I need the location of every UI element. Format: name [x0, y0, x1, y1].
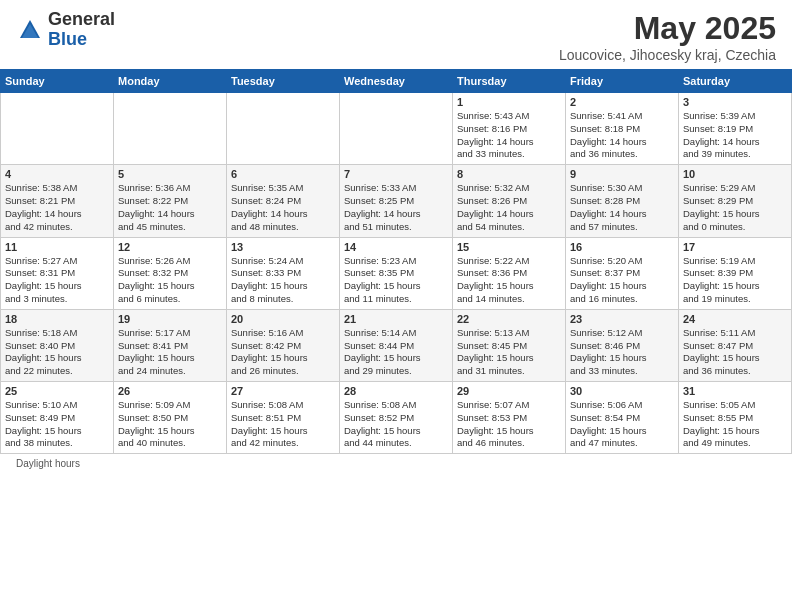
calendar-header-row: SundayMondayTuesdayWednesdayThursdayFrid… — [1, 70, 792, 93]
calendar-cell: 29Sunrise: 5:07 AMSunset: 8:53 PMDayligh… — [453, 382, 566, 454]
day-number: 1 — [457, 96, 561, 108]
day-number: 10 — [683, 168, 787, 180]
calendar-cell: 15Sunrise: 5:22 AMSunset: 8:36 PMDayligh… — [453, 237, 566, 309]
day-number: 7 — [344, 168, 448, 180]
logo-icon — [16, 16, 44, 44]
calendar-cell: 10Sunrise: 5:29 AMSunset: 8:29 PMDayligh… — [679, 165, 792, 237]
header: General Blue May 2025 Loucovice, Jihoces… — [0, 0, 792, 69]
calendar-cell: 26Sunrise: 5:09 AMSunset: 8:50 PMDayligh… — [114, 382, 227, 454]
day-info: Sunrise: 5:06 AMSunset: 8:54 PMDaylight:… — [570, 399, 674, 450]
logo-general-text: General — [48, 10, 115, 30]
day-info: Sunrise: 5:30 AMSunset: 8:28 PMDaylight:… — [570, 182, 674, 233]
day-info: Sunrise: 5:19 AMSunset: 8:39 PMDaylight:… — [683, 255, 787, 306]
day-number: 2 — [570, 96, 674, 108]
day-number: 17 — [683, 241, 787, 253]
day-number: 20 — [231, 313, 335, 325]
calendar-cell: 24Sunrise: 5:11 AMSunset: 8:47 PMDayligh… — [679, 309, 792, 381]
calendar-cell: 23Sunrise: 5:12 AMSunset: 8:46 PMDayligh… — [566, 309, 679, 381]
calendar-week-row: 25Sunrise: 5:10 AMSunset: 8:49 PMDayligh… — [1, 382, 792, 454]
calendar-cell: 22Sunrise: 5:13 AMSunset: 8:45 PMDayligh… — [453, 309, 566, 381]
day-info: Sunrise: 5:35 AMSunset: 8:24 PMDaylight:… — [231, 182, 335, 233]
calendar-cell: 14Sunrise: 5:23 AMSunset: 8:35 PMDayligh… — [340, 237, 453, 309]
day-number: 6 — [231, 168, 335, 180]
page-container: General Blue May 2025 Loucovice, Jihoces… — [0, 0, 792, 473]
day-number: 19 — [118, 313, 222, 325]
day-number: 16 — [570, 241, 674, 253]
calendar-cell: 1Sunrise: 5:43 AMSunset: 8:16 PMDaylight… — [453, 93, 566, 165]
day-number: 27 — [231, 385, 335, 397]
calendar-cell: 7Sunrise: 5:33 AMSunset: 8:25 PMDaylight… — [340, 165, 453, 237]
calendar-cell: 8Sunrise: 5:32 AMSunset: 8:26 PMDaylight… — [453, 165, 566, 237]
day-info: Sunrise: 5:41 AMSunset: 8:18 PMDaylight:… — [570, 110, 674, 161]
day-number: 5 — [118, 168, 222, 180]
calendar-cell: 2Sunrise: 5:41 AMSunset: 8:18 PMDaylight… — [566, 93, 679, 165]
calendar-header-friday: Friday — [566, 70, 679, 93]
day-info: Sunrise: 5:33 AMSunset: 8:25 PMDaylight:… — [344, 182, 448, 233]
title-block: May 2025 Loucovice, Jihocesky kraj, Czec… — [559, 10, 776, 63]
calendar-week-row: 18Sunrise: 5:18 AMSunset: 8:40 PMDayligh… — [1, 309, 792, 381]
day-number: 15 — [457, 241, 561, 253]
footer: Daylight hours — [0, 454, 792, 473]
calendar-cell: 6Sunrise: 5:35 AMSunset: 8:24 PMDaylight… — [227, 165, 340, 237]
day-number: 4 — [5, 168, 109, 180]
day-number: 30 — [570, 385, 674, 397]
calendar-cell: 28Sunrise: 5:08 AMSunset: 8:52 PMDayligh… — [340, 382, 453, 454]
day-info: Sunrise: 5:27 AMSunset: 8:31 PMDaylight:… — [5, 255, 109, 306]
calendar-cell: 12Sunrise: 5:26 AMSunset: 8:32 PMDayligh… — [114, 237, 227, 309]
logo: General Blue — [16, 10, 115, 50]
calendar-cell: 5Sunrise: 5:36 AMSunset: 8:22 PMDaylight… — [114, 165, 227, 237]
calendar-header-sunday: Sunday — [1, 70, 114, 93]
calendar-cell: 19Sunrise: 5:17 AMSunset: 8:41 PMDayligh… — [114, 309, 227, 381]
day-info: Sunrise: 5:17 AMSunset: 8:41 PMDaylight:… — [118, 327, 222, 378]
calendar-cell: 18Sunrise: 5:18 AMSunset: 8:40 PMDayligh… — [1, 309, 114, 381]
day-info: Sunrise: 5:10 AMSunset: 8:49 PMDaylight:… — [5, 399, 109, 450]
day-info: Sunrise: 5:08 AMSunset: 8:51 PMDaylight:… — [231, 399, 335, 450]
day-info: Sunrise: 5:08 AMSunset: 8:52 PMDaylight:… — [344, 399, 448, 450]
calendar-header-wednesday: Wednesday — [340, 70, 453, 93]
day-info: Sunrise: 5:23 AMSunset: 8:35 PMDaylight:… — [344, 255, 448, 306]
day-info: Sunrise: 5:12 AMSunset: 8:46 PMDaylight:… — [570, 327, 674, 378]
calendar-header-tuesday: Tuesday — [227, 70, 340, 93]
calendar-header-thursday: Thursday — [453, 70, 566, 93]
day-number: 21 — [344, 313, 448, 325]
calendar-cell: 17Sunrise: 5:19 AMSunset: 8:39 PMDayligh… — [679, 237, 792, 309]
day-info: Sunrise: 5:29 AMSunset: 8:29 PMDaylight:… — [683, 182, 787, 233]
calendar-cell: 3Sunrise: 5:39 AMSunset: 8:19 PMDaylight… — [679, 93, 792, 165]
day-number: 8 — [457, 168, 561, 180]
day-number: 28 — [344, 385, 448, 397]
calendar-header-saturday: Saturday — [679, 70, 792, 93]
day-info: Sunrise: 5:32 AMSunset: 8:26 PMDaylight:… — [457, 182, 561, 233]
calendar-cell: 9Sunrise: 5:30 AMSunset: 8:28 PMDaylight… — [566, 165, 679, 237]
day-info: Sunrise: 5:16 AMSunset: 8:42 PMDaylight:… — [231, 327, 335, 378]
calendar-cell: 13Sunrise: 5:24 AMSunset: 8:33 PMDayligh… — [227, 237, 340, 309]
day-number: 29 — [457, 385, 561, 397]
day-number: 9 — [570, 168, 674, 180]
day-number: 13 — [231, 241, 335, 253]
day-info: Sunrise: 5:18 AMSunset: 8:40 PMDaylight:… — [5, 327, 109, 378]
day-info: Sunrise: 5:20 AMSunset: 8:37 PMDaylight:… — [570, 255, 674, 306]
day-info: Sunrise: 5:09 AMSunset: 8:50 PMDaylight:… — [118, 399, 222, 450]
calendar-table: SundayMondayTuesdayWednesdayThursdayFrid… — [0, 69, 792, 454]
day-info: Sunrise: 5:39 AMSunset: 8:19 PMDaylight:… — [683, 110, 787, 161]
day-number: 31 — [683, 385, 787, 397]
day-info: Sunrise: 5:38 AMSunset: 8:21 PMDaylight:… — [5, 182, 109, 233]
day-number: 23 — [570, 313, 674, 325]
day-info: Sunrise: 5:07 AMSunset: 8:53 PMDaylight:… — [457, 399, 561, 450]
day-number: 3 — [683, 96, 787, 108]
day-number: 12 — [118, 241, 222, 253]
day-number: 18 — [5, 313, 109, 325]
day-info: Sunrise: 5:26 AMSunset: 8:32 PMDaylight:… — [118, 255, 222, 306]
calendar-subtitle: Loucovice, Jihocesky kraj, Czechia — [559, 47, 776, 63]
day-info: Sunrise: 5:14 AMSunset: 8:44 PMDaylight:… — [344, 327, 448, 378]
calendar-week-row: 11Sunrise: 5:27 AMSunset: 8:31 PMDayligh… — [1, 237, 792, 309]
day-info: Sunrise: 5:36 AMSunset: 8:22 PMDaylight:… — [118, 182, 222, 233]
day-number: 26 — [118, 385, 222, 397]
calendar-cell: 25Sunrise: 5:10 AMSunset: 8:49 PMDayligh… — [1, 382, 114, 454]
calendar-cell: 20Sunrise: 5:16 AMSunset: 8:42 PMDayligh… — [227, 309, 340, 381]
calendar-cell: 27Sunrise: 5:08 AMSunset: 8:51 PMDayligh… — [227, 382, 340, 454]
calendar-cell — [227, 93, 340, 165]
day-info: Sunrise: 5:05 AMSunset: 8:55 PMDaylight:… — [683, 399, 787, 450]
calendar-week-row: 4Sunrise: 5:38 AMSunset: 8:21 PMDaylight… — [1, 165, 792, 237]
calendar-cell: 16Sunrise: 5:20 AMSunset: 8:37 PMDayligh… — [566, 237, 679, 309]
calendar-header-monday: Monday — [114, 70, 227, 93]
